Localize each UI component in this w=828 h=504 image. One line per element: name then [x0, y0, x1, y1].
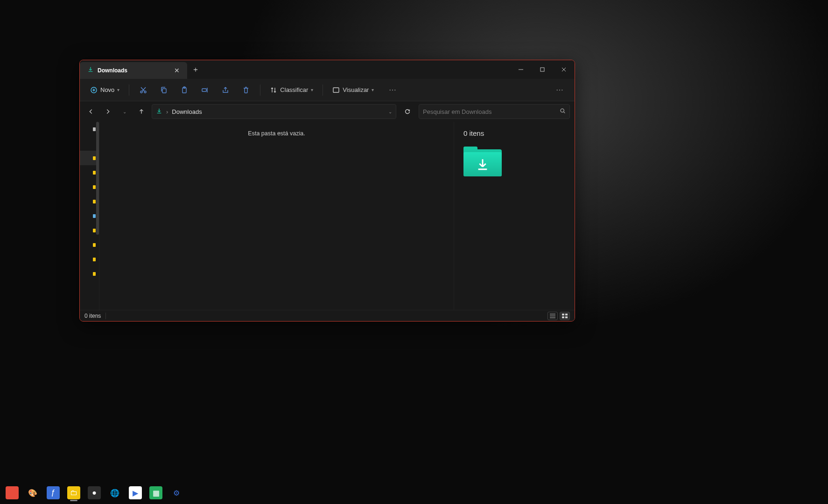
view-button-label: Visualizar: [343, 86, 369, 93]
new-button-label: Novo: [100, 86, 114, 93]
taskbar-app-calc[interactable]: ▦: [147, 483, 165, 502]
chevron-down-icon: ⌄: [123, 109, 126, 114]
svg-rect-8: [333, 88, 339, 92]
tab-downloads[interactable]: Downloads ✕: [80, 62, 187, 79]
taskbar-app-settings[interactable]: ⚙: [167, 483, 186, 502]
breadcrumb-current[interactable]: Downloads: [172, 108, 202, 115]
download-icon: [156, 108, 162, 116]
file-list-area[interactable]: Esta pasta está vazia.: [99, 122, 454, 310]
icons-view-button[interactable]: [560, 312, 570, 320]
sidebar-scrollbar[interactable]: [96, 122, 99, 235]
address-dropdown-button[interactable]: ⌄: [388, 109, 392, 114]
sidebar-item[interactable]: [80, 252, 99, 266]
taskbar-app-fedora[interactable]: ƒ: [44, 483, 63, 502]
calc-icon: ▦: [149, 486, 162, 499]
navigation-row: ⌄ › Downloads ⌄: [80, 101, 575, 122]
media-icon: ▶: [129, 486, 142, 499]
app-red-icon: [6, 486, 19, 499]
paint-icon: 🎨: [26, 486, 39, 499]
taskbar-app-app-red[interactable]: [3, 483, 21, 502]
status-item-count: 0 itens: [84, 313, 101, 319]
more-button[interactable]: ⋯: [383, 82, 402, 98]
search-input[interactable]: [423, 108, 560, 115]
view-mode-toggle: [547, 312, 570, 320]
taskbar-app-edge[interactable]: 🌐: [105, 483, 124, 502]
taskbar-app-media[interactable]: ▶: [126, 483, 145, 502]
breadcrumb-separator: ›: [166, 108, 168, 115]
maximize-button[interactable]: [532, 60, 553, 79]
new-tab-button[interactable]: ＋: [187, 60, 204, 79]
svg-rect-12: [562, 316, 564, 318]
sort-button[interactable]: Classificar ▾: [265, 84, 318, 97]
paste-button[interactable]: [175, 82, 194, 98]
close-tab-button[interactable]: ✕: [172, 65, 182, 76]
download-icon: [475, 157, 490, 172]
close-window-button[interactable]: [553, 60, 575, 79]
status-bar: 0 itens: [80, 310, 575, 321]
svg-rect-11: [565, 314, 568, 315]
ellipsis-icon: ⋯: [556, 85, 563, 94]
details-pane: 0 itens: [454, 122, 575, 310]
edge-icon: 🌐: [108, 486, 121, 499]
details-item-count: 0 itens: [463, 129, 565, 137]
details-toggle-button[interactable]: ⋯: [550, 82, 569, 98]
back-button[interactable]: [84, 105, 98, 118]
svg-point-9: [561, 109, 564, 112]
download-icon: [87, 66, 94, 75]
toolbar: Novo ▾ Classificar ▾ Visu: [80, 79, 575, 101]
window-controls: [510, 60, 575, 79]
view-button[interactable]: Visualizar ▾: [328, 84, 379, 97]
taskbar[interactable]: 🎨ƒ🗀●🌐▶▦⚙: [0, 482, 828, 504]
navigation-sidebar[interactable]: [80, 122, 99, 310]
taskbar-app-file-explorer[interactable]: 🗀: [64, 483, 83, 502]
ellipsis-icon: ⋯: [389, 85, 396, 94]
svg-point-2: [140, 91, 142, 93]
empty-folder-message: Esta pasta está vazia.: [248, 130, 305, 310]
sidebar-item[interactable]: [80, 238, 99, 252]
search-bar[interactable]: [419, 104, 570, 119]
chevron-down-icon: ▾: [117, 87, 119, 92]
svg-rect-7: [202, 89, 206, 91]
copy-button[interactable]: [154, 82, 173, 98]
settings-icon: ⚙: [170, 486, 183, 499]
cut-button[interactable]: [134, 82, 153, 98]
fedora-icon: ƒ: [47, 486, 60, 499]
taskbar-app-paint[interactable]: 🎨: [23, 483, 42, 502]
minimize-button[interactable]: [510, 60, 532, 79]
up-button[interactable]: [135, 105, 148, 118]
resolve-icon: ●: [88, 486, 101, 499]
chevron-down-icon: ▾: [372, 87, 374, 92]
chevron-down-icon: ▾: [311, 87, 313, 92]
refresh-button[interactable]: [400, 104, 415, 119]
address-bar[interactable]: › Downloads ⌄: [152, 104, 396, 119]
folder-preview-icon: [463, 147, 502, 176]
svg-rect-4: [162, 89, 166, 93]
recent-locations-button[interactable]: ⌄: [118, 105, 131, 118]
taskbar-app-resolve[interactable]: ●: [85, 483, 104, 502]
titlebar[interactable]: Downloads ✕ ＋: [80, 60, 575, 79]
forward-button[interactable]: [101, 105, 114, 118]
details-view-button[interactable]: [547, 312, 558, 320]
svg-point-3: [144, 91, 146, 93]
rename-button[interactable]: [196, 82, 214, 98]
file-explorer-window: Downloads ✕ ＋ Novo ▾: [79, 60, 575, 322]
search-icon: [560, 107, 566, 116]
svg-rect-13: [565, 316, 568, 318]
share-button[interactable]: [216, 82, 235, 98]
sidebar-item[interactable]: [80, 266, 99, 281]
svg-rect-0: [540, 68, 544, 71]
new-button[interactable]: Novo ▾: [85, 84, 124, 97]
file-explorer-icon: 🗀: [67, 486, 80, 499]
delete-button[interactable]: [237, 82, 255, 98]
content-area: Esta pasta está vazia. 0 itens: [80, 122, 575, 310]
sort-button-label: Classificar: [280, 86, 308, 93]
svg-rect-10: [562, 314, 564, 315]
tab-title: Downloads: [98, 67, 168, 74]
